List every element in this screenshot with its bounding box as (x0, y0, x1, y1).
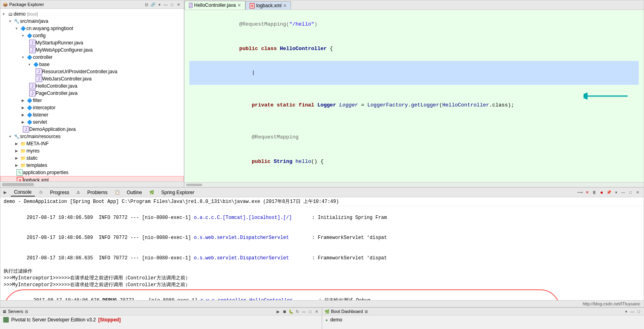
tree-item-listener[interactable]: ▶ 🔷 listener (0, 111, 184, 118)
link-with-editor-icon[interactable]: 🔗 (150, 2, 156, 7)
progress-tab[interactable]: Progress (47, 189, 72, 196)
tab-hello-controller[interactable]: J HelloController.java ✕ (185, 1, 245, 10)
tree-item-demo[interactable]: ▾ 🗂 demo [boot] (0, 10, 184, 18)
folder-icon: 📁 (20, 148, 26, 154)
new-server-icon[interactable]: ▶ (275, 309, 281, 314)
tree-item-controller[interactable]: ▾ 🔷 controller (0, 54, 184, 61)
tree-item-webjarscontroller[interactable]: J WebJarsController.java (0, 75, 184, 82)
minimize-icon[interactable]: — (301, 309, 307, 314)
open-console-icon[interactable]: ⟿ (577, 190, 583, 195)
tab-close-button[interactable]: ✕ (237, 3, 241, 8)
console-line: 2017-08-17 10:48:06.589 INFO 70772 --- [… (4, 228, 640, 248)
remove-all-terminated-icon[interactable]: 🗑 (592, 190, 597, 195)
close-icon[interactable]: ✕ (635, 190, 640, 195)
chevron-icon: ▶ (20, 104, 26, 111)
tree-label: listener (33, 112, 184, 118)
spring-tab-label: Spring Explorer (161, 190, 195, 195)
hscroll-thumb[interactable] (186, 184, 202, 186)
pkg-icon: 🔷 (26, 32, 33, 39)
tree-item-static[interactable]: ▶ 📁 static (0, 154, 184, 162)
stop-server-icon[interactable]: ⏹ (282, 309, 287, 314)
minimize-icon[interactable]: — (163, 2, 169, 7)
tree-label: logback.xml (23, 177, 183, 181)
problems-tab[interactable]: Problems (84, 189, 111, 196)
terminate-icon[interactable]: ✕ (584, 190, 590, 195)
debug-server-icon[interactable]: 🐛 (288, 309, 294, 314)
maximize-icon[interactable]: □ (636, 309, 642, 314)
outline-tab[interactable]: Outline (124, 189, 145, 196)
tree-item-src-main-java[interactable]: ▾ 🔧 src/main/java (0, 18, 184, 25)
hscroll-thumb[interactable] (2, 183, 34, 186)
package-explorer: 📦 Package Explorer ⊟ 🔗 ▾ — □ ✕ ▾ 🗂 demo … (0, 0, 184, 187)
explorer-hscroll[interactable] (0, 181, 184, 187)
pkg-icon: 🔷 (33, 61, 39, 68)
close-icon[interactable]: ✕ (176, 2, 181, 7)
folder-icon: 📁 (20, 140, 26, 147)
view-menu-icon[interactable]: ▾ (623, 309, 629, 314)
server-tab-badge: ⊠ (25, 309, 28, 314)
tab-label: HelloController.java (194, 2, 236, 8)
tree-item-pkg-root[interactable]: ▾ 🔷 cn.wuyang.springboot (0, 25, 184, 32)
pin-icon[interactable]: 📌 (606, 190, 612, 195)
tree-item-mywebappconfigurer[interactable]: J MyWebAppConfigurer.java (0, 46, 184, 54)
minimize-icon[interactable]: — (630, 309, 635, 314)
tree-item-demoapplication[interactable]: J DemoApplication.java (0, 126, 184, 133)
problems-tab-label: Problems (87, 190, 108, 195)
tree-label: MyStartupRunner.java (36, 40, 184, 46)
spacer (32, 68, 36, 75)
tree-item-config[interactable]: ▾ 🔷 config (0, 32, 184, 39)
tree-label: application.properties (23, 170, 184, 175)
tree-item-src-main-resources[interactable]: ▾ 🔧 src/main/resources (0, 133, 184, 140)
tree-item-pagecontroller[interactable]: J PageController.java (0, 90, 184, 97)
tree-label: DemoApplication.java (29, 126, 184, 132)
tab-close-button[interactable]: ✕ (283, 3, 287, 8)
server-stopped-badge: [Stopped] (98, 317, 120, 323)
tree-item-resourceurlprovider[interactable]: J ResourceUrlProviderController.java (0, 68, 184, 75)
stop-icon[interactable]: ■ (599, 190, 604, 195)
tree-item-myres[interactable]: ▶ 📁 myres (0, 147, 184, 154)
tree-label: interceptor (33, 105, 184, 110)
file-tree[interactable]: ▾ 🗂 demo [boot] ▾ 🔧 src/main/java ▾ 🔷 cn… (0, 9, 184, 181)
tree-item-meta-inf[interactable]: ▶ 📁 META-INF (0, 140, 184, 147)
spacer (26, 83, 29, 89)
tab-logback-xml[interactable]: ✕ logback.xml ✕ (245, 1, 291, 10)
servers-content: Pivotal tc Server Developer Edition v3.2… (0, 315, 322, 324)
maximize-icon[interactable]: □ (628, 190, 633, 195)
chevron-icon: ▾ (7, 133, 13, 140)
minimize-icon[interactable]: — (620, 190, 626, 195)
collapse-all-icon[interactable]: ⊟ (144, 2, 149, 7)
servers-panel: 🖥 Servers ⊠ ▶ ⏹ 🐛 ↻ — □ ✕ Pivotal tc Ser… (0, 308, 322, 329)
spring-explorer-tab[interactable]: Spring Explorer (158, 189, 198, 196)
tree-label: META-INF (26, 141, 184, 146)
tree-item-mystartuprunner[interactable]: J MyStartupRunner.java (0, 39, 184, 46)
tree-item-templates[interactable]: ▶ 📁 templates (0, 162, 184, 169)
view-menu-icon[interactable]: ▾ (613, 190, 619, 195)
tree-item-servlet[interactable]: ▶ 🔷 servlet (0, 118, 184, 126)
restart-server-icon[interactable]: ↻ (295, 309, 300, 314)
tree-item-logback-xml[interactable]: ✕ logback.xml (0, 176, 184, 181)
tree-item-base[interactable]: ▾ 🔷 base (0, 61, 184, 68)
tree-item-hellocontroller[interactable]: J HelloController.java (0, 82, 184, 90)
java-tab-icon: J (189, 3, 193, 8)
tree-item-application-properties[interactable]: ✎ application.properties (0, 169, 184, 176)
boot-icon: 🌿 (325, 309, 329, 314)
arrow-svg (584, 90, 632, 102)
tree-item-interceptor[interactable]: ▶ 🔷 interceptor (0, 104, 184, 111)
code-editor[interactable]: @RequestMapping("/hello") public class H… (185, 10, 644, 182)
maximize-icon[interactable]: □ (169, 2, 175, 7)
tree-label: base (39, 62, 184, 67)
tree-item-filter[interactable]: ▶ 🔷 filter (0, 97, 184, 104)
status-url: http://blog.csdn.net/ITtuyuanc (583, 301, 640, 306)
maximize-icon[interactable]: □ (307, 309, 313, 314)
chevron-icon: ▾ (20, 32, 26, 39)
editor-hscroll[interactable] (185, 182, 644, 187)
code-line-logger: private static final Logger Logger = Log… (189, 93, 639, 117)
view-menu-icon[interactable]: ▾ (156, 2, 162, 7)
spacer (26, 47, 29, 53)
package-explorer-title: Package Explorer (9, 2, 44, 7)
close-icon[interactable]: ✕ (314, 309, 319, 314)
boot-tab-badge: ⊠ (365, 309, 368, 314)
console-tab[interactable]: Console (11, 189, 35, 197)
outline-tab-label: Outline (127, 190, 142, 195)
code-line: public class HelloController { (189, 36, 639, 60)
